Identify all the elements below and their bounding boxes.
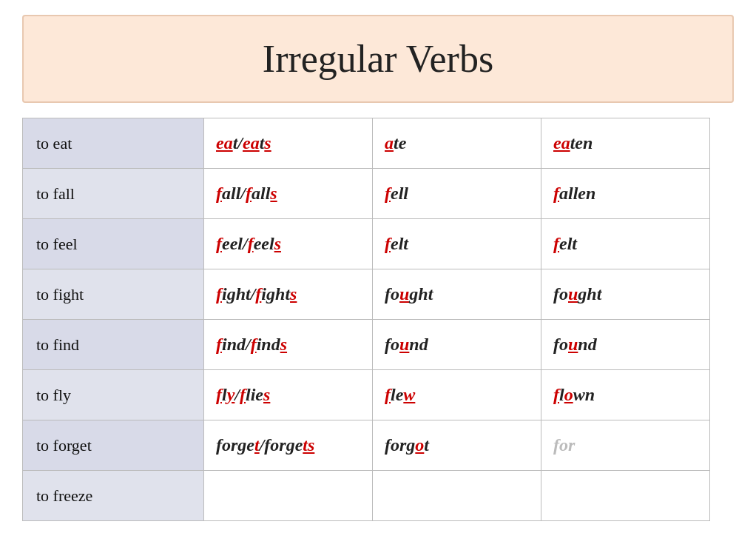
- table-row: to feel feel/feels felt felt: [23, 219, 710, 269]
- pp-cell: felt: [541, 219, 710, 269]
- table-row: to fall fall/falls fell fallen: [23, 169, 710, 219]
- pp-cell: fought: [541, 269, 710, 320]
- present-cell: forget/forgets: [204, 420, 373, 471]
- infinitive-cell: to feel: [23, 219, 204, 269]
- present-cell: fight/fights: [204, 269, 373, 320]
- past-cell: fought: [373, 269, 541, 320]
- present-cell: fly/flies: [204, 370, 373, 420]
- verb-table: to eat eat/eats ate eaten to fall fall/f…: [22, 118, 710, 521]
- past-cell: [373, 471, 541, 521]
- infinitive-cell: to fly: [23, 370, 204, 420]
- infinitive-cell: to find: [23, 320, 204, 370]
- infinitive-cell: to fall: [23, 169, 204, 219]
- pp-cell: for: [541, 420, 710, 471]
- past-cell: flew: [373, 370, 541, 420]
- present-cell: feel/feels: [204, 219, 373, 269]
- pp-cell: eaten: [541, 118, 710, 169]
- past-cell: fell: [373, 169, 541, 219]
- pp-cell: found: [541, 320, 710, 370]
- past-cell: forgot: [373, 420, 541, 471]
- infinitive-cell: to forget: [23, 420, 204, 471]
- table-row: to eat eat/eats ate eaten: [23, 118, 710, 169]
- present-cell: [204, 471, 373, 521]
- infinitive-cell: to fight: [23, 269, 204, 320]
- pp-cell: flown: [541, 370, 710, 420]
- table-row: to find find/finds found found: [23, 320, 710, 370]
- title-box: Irregular Verbs: [22, 15, 734, 103]
- table-row: to fight fight/fights fought fought: [23, 269, 710, 320]
- page-title: Irregular Verbs: [263, 38, 493, 80]
- table-row: to fly fly/flies flew flown: [23, 370, 710, 420]
- present-cell: eat/eats: [204, 118, 373, 169]
- pp-cell: fallen: [541, 169, 710, 219]
- table-row: to forget forget/forgets forgot for: [23, 420, 710, 471]
- table-row: to freeze: [23, 471, 710, 521]
- past-cell: felt: [373, 219, 541, 269]
- past-cell: found: [373, 320, 541, 370]
- present-cell: fall/falls: [204, 169, 373, 219]
- infinitive-cell: to freeze: [23, 471, 204, 521]
- infinitive-cell: to eat: [23, 118, 204, 169]
- past-cell: ate: [373, 118, 541, 169]
- present-cell: find/finds: [204, 320, 373, 370]
- pp-cell: [541, 471, 710, 521]
- page-wrapper: Irregular Verbs to eat eat/eats ate eate…: [0, 0, 756, 533]
